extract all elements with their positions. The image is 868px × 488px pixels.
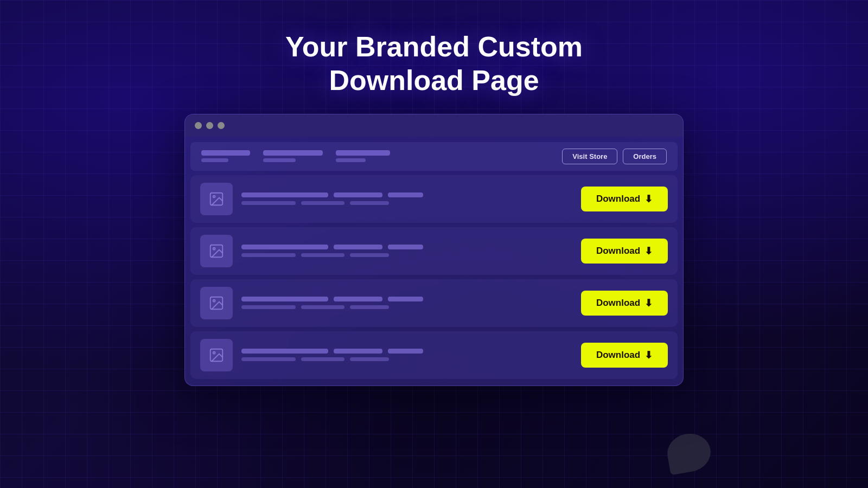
download-label: Download bbox=[596, 246, 640, 256]
window-dot-red bbox=[195, 122, 202, 129]
placeholder bbox=[334, 192, 382, 197]
item-info-4 bbox=[241, 349, 572, 361]
download-item: Download ⬇ bbox=[190, 227, 678, 275]
placeholder bbox=[350, 357, 389, 361]
item-thumbnail-1 bbox=[200, 183, 233, 215]
nav-link-2[interactable] bbox=[263, 150, 323, 162]
placeholder bbox=[241, 305, 296, 309]
placeholder bbox=[301, 305, 344, 309]
placeholder bbox=[334, 245, 382, 249]
placeholder bbox=[350, 201, 389, 205]
item-thumbnail-2 bbox=[200, 235, 233, 267]
placeholder bbox=[301, 253, 344, 257]
info-row bbox=[241, 245, 572, 249]
download-label: Download bbox=[596, 194, 640, 204]
placeholder bbox=[350, 253, 389, 257]
download-button-2[interactable]: Download ⬇ bbox=[581, 239, 668, 264]
download-icon: ⬇ bbox=[644, 193, 653, 205]
visit-store-button[interactable]: Visit Store bbox=[562, 149, 617, 164]
info-row bbox=[241, 201, 572, 205]
placeholder bbox=[241, 297, 328, 301]
download-label: Download bbox=[596, 298, 640, 309]
browser-window: Visit Store Orders bbox=[184, 114, 684, 386]
download-item: Download ⬇ bbox=[190, 279, 678, 327]
window-dot-yellow bbox=[206, 122, 213, 129]
placeholder bbox=[388, 192, 423, 197]
info-row bbox=[241, 305, 572, 309]
placeholder bbox=[334, 349, 382, 354]
download-item: Download ⬇ bbox=[190, 175, 678, 223]
download-label: Download bbox=[596, 350, 640, 361]
nav-actions: Visit Store Orders bbox=[562, 149, 667, 164]
info-row bbox=[241, 297, 572, 301]
placeholder bbox=[301, 201, 344, 205]
item-info-3 bbox=[241, 297, 572, 309]
download-button-3[interactable]: Download ⬇ bbox=[581, 291, 668, 316]
placeholder bbox=[241, 349, 328, 354]
svg-point-1 bbox=[213, 196, 215, 198]
placeholder bbox=[241, 192, 328, 197]
download-list: Download ⬇ bbox=[185, 171, 683, 386]
svg-point-7 bbox=[213, 352, 215, 354]
placeholder bbox=[241, 253, 296, 257]
page-content: Your Branded Custom Download Page bbox=[0, 0, 868, 488]
svg-point-5 bbox=[213, 300, 215, 302]
item-info-1 bbox=[241, 192, 572, 205]
placeholder bbox=[388, 297, 423, 301]
browser-titlebar bbox=[185, 114, 683, 137]
download-button-4[interactable]: Download ⬇ bbox=[581, 343, 668, 368]
placeholder bbox=[350, 305, 389, 309]
download-icon: ⬇ bbox=[644, 245, 653, 257]
download-icon: ⬇ bbox=[644, 349, 653, 361]
orders-button[interactable]: Orders bbox=[623, 149, 667, 164]
browser-body: Visit Store Orders bbox=[185, 142, 683, 386]
info-row bbox=[241, 253, 572, 257]
placeholder bbox=[388, 349, 423, 354]
nav-bar: Visit Store Orders bbox=[190, 142, 678, 171]
item-thumbnail-3 bbox=[200, 287, 233, 319]
download-icon: ⬇ bbox=[644, 297, 653, 309]
page-title: Your Branded Custom Download Page bbox=[285, 30, 583, 98]
nav-link-1[interactable] bbox=[201, 150, 250, 162]
item-info-2 bbox=[241, 245, 572, 257]
nav-links bbox=[201, 150, 390, 162]
item-thumbnail-4 bbox=[200, 339, 233, 371]
placeholder bbox=[334, 297, 382, 301]
info-row bbox=[241, 349, 572, 354]
placeholder bbox=[241, 357, 296, 361]
info-row bbox=[241, 192, 572, 197]
svg-point-3 bbox=[213, 248, 215, 250]
download-button-1[interactable]: Download ⬇ bbox=[581, 187, 668, 211]
download-item: Download ⬇ bbox=[190, 331, 678, 379]
placeholder bbox=[301, 357, 344, 361]
info-row bbox=[241, 357, 572, 361]
placeholder bbox=[388, 245, 423, 249]
window-dot-green bbox=[218, 122, 225, 129]
nav-link-3[interactable] bbox=[336, 150, 390, 162]
placeholder bbox=[241, 201, 296, 205]
placeholder bbox=[241, 245, 328, 249]
